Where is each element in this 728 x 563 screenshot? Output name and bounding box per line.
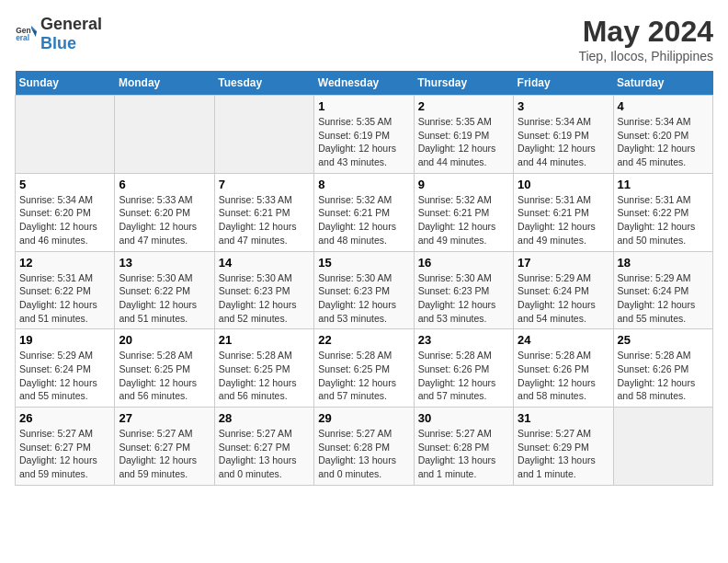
calendar-cell: 26Sunrise: 5:27 AM Sunset: 6:27 PM Dayli… — [16, 408, 115, 486]
calendar-cell: 28Sunrise: 5:27 AM Sunset: 6:27 PM Dayli… — [214, 408, 313, 486]
calendar-cell: 30Sunrise: 5:27 AM Sunset: 6:28 PM Dayli… — [414, 408, 513, 486]
day-number: 31 — [518, 411, 609, 425]
calendar-table: SundayMondayTuesdayWednesdayThursdayFrid… — [15, 71, 713, 486]
day-number: 17 — [518, 256, 609, 270]
calendar-cell: 3Sunrise: 5:34 AM Sunset: 6:19 PM Daylig… — [514, 96, 613, 174]
calendar-cell: 25Sunrise: 5:28 AM Sunset: 6:26 PM Dayli… — [613, 329, 712, 408]
calendar-cell — [115, 96, 214, 174]
week-row-1: 1Sunrise: 5:35 AM Sunset: 6:19 PM Daylig… — [16, 96, 713, 174]
weekday-header-saturday: Saturday — [613, 71, 712, 96]
day-info: Sunrise: 5:27 AM Sunset: 6:28 PM Dayligh… — [318, 427, 409, 481]
day-number: 6 — [119, 178, 210, 191]
day-number: 29 — [318, 411, 409, 425]
title-area: May 2024 Tiep, Ilocos, Philippines — [578, 15, 713, 63]
day-number: 19 — [19, 333, 110, 347]
weekday-header-monday: Monday — [115, 71, 214, 96]
day-number: 23 — [418, 333, 509, 347]
calendar-cell: 19Sunrise: 5:29 AM Sunset: 6:24 PM Dayli… — [16, 329, 115, 408]
day-info: Sunrise: 5:30 AM Sunset: 6:23 PM Dayligh… — [219, 271, 310, 326]
day-info: Sunrise: 5:27 AM Sunset: 6:27 PM Dayligh… — [119, 427, 210, 481]
day-info: Sunrise: 5:29 AM Sunset: 6:24 PM Dayligh… — [19, 349, 110, 403]
calendar-cell: 4Sunrise: 5:34 AM Sunset: 6:20 PM Daylig… — [613, 96, 712, 174]
day-number: 25 — [618, 333, 709, 347]
day-info: Sunrise: 5:27 AM Sunset: 6:28 PM Dayligh… — [418, 427, 509, 481]
logo-text: General — [40, 15, 102, 33]
day-number: 11 — [618, 178, 709, 191]
day-number: 28 — [219, 411, 310, 425]
logo: Gen eral General Blue — [15, 15, 102, 53]
day-info: Sunrise: 5:35 AM Sunset: 6:19 PM Dayligh… — [418, 115, 509, 169]
day-info: Sunrise: 5:31 AM Sunset: 6:21 PM Dayligh… — [518, 193, 609, 247]
day-number: 7 — [219, 178, 310, 191]
day-info: Sunrise: 5:31 AM Sunset: 6:22 PM Dayligh… — [19, 271, 110, 326]
day-info: Sunrise: 5:30 AM Sunset: 6:23 PM Dayligh… — [418, 271, 509, 326]
day-number: 20 — [119, 333, 210, 347]
day-number: 21 — [219, 333, 310, 347]
day-number: 24 — [518, 333, 609, 347]
weekday-header-row: SundayMondayTuesdayWednesdayThursdayFrid… — [16, 71, 713, 96]
day-info: Sunrise: 5:34 AM Sunset: 6:19 PM Dayligh… — [518, 115, 609, 169]
weekday-header-thursday: Thursday — [414, 71, 513, 96]
day-number: 13 — [119, 256, 210, 270]
calendar-cell: 15Sunrise: 5:30 AM Sunset: 6:23 PM Dayli… — [314, 251, 414, 329]
calendar-cell: 12Sunrise: 5:31 AM Sunset: 6:22 PM Dayli… — [16, 251, 115, 329]
day-info: Sunrise: 5:28 AM Sunset: 6:26 PM Dayligh… — [618, 349, 709, 403]
day-info: Sunrise: 5:29 AM Sunset: 6:24 PM Dayligh… — [518, 271, 609, 326]
calendar-cell: 5Sunrise: 5:34 AM Sunset: 6:20 PM Daylig… — [16, 173, 115, 251]
day-info: Sunrise: 5:29 AM Sunset: 6:24 PM Dayligh… — [618, 271, 709, 326]
day-number: 12 — [19, 256, 110, 270]
calendar-cell: 8Sunrise: 5:32 AM Sunset: 6:21 PM Daylig… — [314, 173, 414, 251]
main-title: May 2024 — [578, 15, 713, 49]
calendar-cell: 6Sunrise: 5:33 AM Sunset: 6:20 PM Daylig… — [115, 173, 214, 251]
day-number: 22 — [318, 333, 409, 347]
logo-blue-text: Blue — [40, 34, 76, 52]
calendar-cell — [214, 96, 313, 174]
weekday-header-sunday: Sunday — [16, 71, 115, 96]
calendar-cell: 22Sunrise: 5:28 AM Sunset: 6:25 PM Dayli… — [314, 329, 414, 408]
day-number: 8 — [318, 178, 409, 191]
week-row-2: 5Sunrise: 5:34 AM Sunset: 6:20 PM Daylig… — [16, 173, 713, 251]
calendar-cell: 16Sunrise: 5:30 AM Sunset: 6:23 PM Dayli… — [414, 251, 513, 329]
day-number: 1 — [318, 99, 409, 113]
week-row-3: 12Sunrise: 5:31 AM Sunset: 6:22 PM Dayli… — [16, 251, 713, 329]
calendar-cell: 29Sunrise: 5:27 AM Sunset: 6:28 PM Dayli… — [314, 408, 414, 486]
calendar-cell: 24Sunrise: 5:28 AM Sunset: 6:26 PM Dayli… — [514, 329, 613, 408]
calendar-cell: 10Sunrise: 5:31 AM Sunset: 6:21 PM Dayli… — [514, 173, 613, 251]
calendar-cell: 17Sunrise: 5:29 AM Sunset: 6:24 PM Dayli… — [514, 251, 613, 329]
day-info: Sunrise: 5:34 AM Sunset: 6:20 PM Dayligh… — [19, 193, 110, 247]
weekday-header-tuesday: Tuesday — [214, 71, 313, 96]
calendar-cell: 13Sunrise: 5:30 AM Sunset: 6:22 PM Dayli… — [115, 251, 214, 329]
day-info: Sunrise: 5:28 AM Sunset: 6:25 PM Dayligh… — [119, 349, 210, 403]
day-info: Sunrise: 5:32 AM Sunset: 6:21 PM Dayligh… — [418, 193, 509, 247]
day-info: Sunrise: 5:27 AM Sunset: 6:29 PM Dayligh… — [518, 427, 609, 481]
calendar-cell: 7Sunrise: 5:33 AM Sunset: 6:21 PM Daylig… — [214, 173, 313, 251]
calendar-cell: 11Sunrise: 5:31 AM Sunset: 6:22 PM Dayli… — [613, 173, 712, 251]
calendar-cell: 2Sunrise: 5:35 AM Sunset: 6:19 PM Daylig… — [414, 96, 513, 174]
day-number: 16 — [418, 256, 509, 270]
day-number: 30 — [418, 411, 509, 425]
header: Gen eral General Blue May 2024 Tiep, Ilo… — [15, 15, 713, 63]
calendar-cell: 14Sunrise: 5:30 AM Sunset: 6:23 PM Dayli… — [214, 251, 313, 329]
day-number: 10 — [518, 178, 609, 191]
day-info: Sunrise: 5:27 AM Sunset: 6:27 PM Dayligh… — [219, 427, 310, 481]
day-number: 2 — [418, 99, 509, 113]
day-number: 3 — [518, 99, 609, 113]
calendar-cell: 31Sunrise: 5:27 AM Sunset: 6:29 PM Dayli… — [514, 408, 613, 486]
day-info: Sunrise: 5:31 AM Sunset: 6:22 PM Dayligh… — [618, 193, 709, 247]
day-number: 18 — [618, 256, 709, 270]
calendar-cell: 18Sunrise: 5:29 AM Sunset: 6:24 PM Dayli… — [613, 251, 712, 329]
day-info: Sunrise: 5:34 AM Sunset: 6:20 PM Dayligh… — [618, 115, 709, 169]
day-info: Sunrise: 5:28 AM Sunset: 6:26 PM Dayligh… — [418, 349, 509, 403]
weekday-header-friday: Friday — [514, 71, 613, 96]
day-number: 15 — [318, 256, 409, 270]
day-number: 27 — [119, 411, 210, 425]
svg-text:eral: eral — [16, 33, 29, 42]
week-row-5: 26Sunrise: 5:27 AM Sunset: 6:27 PM Dayli… — [16, 408, 713, 486]
day-number: 14 — [219, 256, 310, 270]
calendar-cell: 20Sunrise: 5:28 AM Sunset: 6:25 PM Dayli… — [115, 329, 214, 408]
day-number: 26 — [19, 411, 110, 425]
day-info: Sunrise: 5:30 AM Sunset: 6:22 PM Dayligh… — [119, 271, 210, 326]
day-info: Sunrise: 5:32 AM Sunset: 6:21 PM Dayligh… — [318, 193, 409, 247]
week-row-4: 19Sunrise: 5:29 AM Sunset: 6:24 PM Dayli… — [16, 329, 713, 408]
calendar-cell: 9Sunrise: 5:32 AM Sunset: 6:21 PM Daylig… — [414, 173, 513, 251]
